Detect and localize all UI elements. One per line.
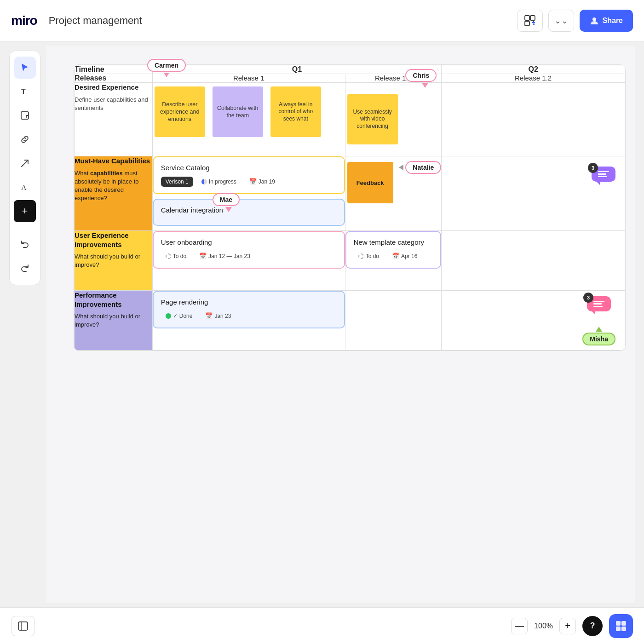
chevron-icon: ⌄⌄ [554, 17, 568, 25]
zoom-controls: — 100% + ? [511, 614, 633, 638]
help-icon: ? [590, 621, 595, 631]
sidebar-toggle-button[interactable] [11, 616, 35, 636]
user-onboarding-card[interactable]: User onboarding To do 📅 Jan 12 — Jan 23 [153, 231, 345, 269]
user-onboarding-title: User onboarding [161, 238, 337, 246]
must-have-title: Must-Have Capabilities [75, 156, 152, 166]
misha-cursor: Misha [582, 327, 615, 345]
release1-header: Release 1 [152, 74, 345, 83]
desired-release1-1-cell: Chris Use seamlessly with video conferen… [345, 83, 442, 156]
perf-release1-2-cell: 3 [442, 291, 625, 351]
perf-label-cell: Performance Improvements What should you… [75, 291, 153, 351]
ux-release1-1-cell: New template category To do 📅 Apr 16 [345, 231, 442, 291]
logo-text: miro [11, 13, 37, 28]
desired-title: Desired Experience [75, 83, 152, 92]
chevron-button[interactable]: ⌄⌄ [548, 10, 574, 32]
bottom-bar: — 100% + ? [0, 607, 644, 644]
template-button[interactable] [517, 10, 543, 32]
calendar-icon: 📅 [249, 178, 257, 185]
magic-button[interactable] [609, 614, 633, 638]
svg-rect-0 [525, 16, 529, 20]
collaborate-sticky[interactable]: Collaborate with the team [213, 86, 263, 137]
canvas: Carmen Timeline Q1 Q2 Releases [46, 46, 635, 603]
sticky-tool[interactable] [14, 104, 36, 126]
redo-tool[interactable] [14, 257, 36, 279]
describe-sticky[interactable]: Describe user experience and emotions [155, 86, 205, 137]
q1-header: Q1 [152, 65, 442, 74]
logo-divider [43, 13, 43, 28]
calendar-integration-title: Calendar integration [161, 206, 337, 214]
undo-tool[interactable] [14, 233, 36, 255]
desired-desc: Define user capabilities and sentiments [75, 96, 152, 112]
ux-release1-cell: User onboarding To do 📅 Jan 12 — Jan 23 [152, 231, 345, 291]
version-badge: Verison 1 [161, 177, 193, 187]
zoom-minus-button[interactable]: — [511, 618, 528, 634]
misha-name: Misha [582, 333, 615, 345]
svg-rect-14 [621, 621, 626, 626]
status-badge: In progress [197, 177, 241, 187]
add-tool[interactable]: + [14, 200, 36, 222]
pr-status-dot [166, 313, 171, 319]
font-tool[interactable]: A [14, 176, 36, 198]
nt-date-badge: 📅 Apr 16 [387, 251, 422, 261]
must-have-label-cell: Must-Have Capabilities What capabilities… [75, 156, 153, 231]
perf-title: Performance Improvements [75, 291, 152, 309]
desired-release1-cell: Describe user experience and emotions Co… [152, 83, 345, 156]
ux-status-badge: To do [161, 251, 191, 261]
text-tool[interactable]: T [14, 80, 36, 103]
pr-status-badge: ✓ Done [161, 311, 197, 321]
svg-rect-11 [18, 622, 28, 630]
feedback-sticky[interactable]: Feedback [347, 162, 393, 203]
desired-release1-2-cell [442, 83, 625, 156]
person-icon [590, 16, 599, 25]
svg-rect-3 [533, 23, 535, 25]
user-onboarding-badges: To do 📅 Jan 12 — Jan 23 [161, 251, 337, 261]
releases-row: Releases Release 1 Release 1.1 Release 1… [75, 74, 625, 83]
use-seamlessly-sticky[interactable]: Use seamlessly with video conferencing [347, 94, 398, 144]
svg-text:A: A [21, 184, 27, 191]
date-badge: 📅 Jan 19 [245, 176, 280, 187]
magic-icon [615, 620, 627, 632]
minus-icon: — [515, 621, 524, 631]
svg-rect-1 [530, 16, 535, 20]
project-title: Project management [49, 15, 142, 27]
zoom-plus-button[interactable]: + [559, 618, 576, 634]
ux-date-badge: 📅 Jan 12 — Jan 23 [195, 251, 255, 261]
desired-label-cell: Desired Experience Define user capabilit… [75, 83, 153, 156]
ux-desc: What should you build or improve? [75, 253, 152, 269]
mae-name: Mae [213, 193, 240, 206]
toolbar: T A + [9, 51, 40, 285]
svg-rect-2 [525, 21, 529, 26]
cursor-tool[interactable] [14, 57, 36, 79]
svg-point-6 [592, 17, 596, 21]
board-table: Timeline Q1 Q2 Releases Release 1 Releas… [74, 65, 625, 351]
ux-row: User Experience Improvements What should… [75, 231, 625, 291]
new-template-card[interactable]: New template category To do 📅 Apr 16 [345, 231, 442, 269]
always-sticky[interactable]: Always feel in control of who sees what [270, 86, 321, 137]
share-button[interactable]: Share [580, 10, 633, 32]
nt-status-badge: To do [354, 251, 384, 261]
pr-date-badge: 📅 Jan 23 [201, 310, 236, 321]
release1-2-header: Release 1.2 [442, 74, 625, 83]
service-catalog-card[interactable]: Service Catalog Verison 1 In progress 📅 … [153, 156, 345, 194]
plus-icon-zoom: + [565, 621, 570, 631]
service-catalog-title: Service Catalog [161, 164, 337, 172]
plus-icon: + [22, 205, 28, 217]
ux-status-dot [166, 253, 171, 259]
svg-rect-13 [616, 621, 621, 626]
release1-1-header: Release 1.1 [345, 74, 442, 83]
page-rendering-badges: ✓ Done 📅 Jan 23 [161, 310, 337, 321]
header-row: Timeline Q1 Q2 [75, 65, 625, 74]
must-have-desc: What capabilities must absolutely be in … [75, 169, 152, 203]
pr-cal-icon: 📅 [205, 312, 213, 319]
new-template-title: New template category [354, 238, 433, 246]
help-button[interactable]: ? [582, 616, 603, 636]
link-tool[interactable] [14, 128, 36, 150]
page-rendering-title: Page rendering [161, 298, 337, 306]
arrow-tool[interactable] [14, 152, 36, 174]
page-rendering-card[interactable]: Page rendering ✓ Done 📅 Jan 23 [153, 291, 345, 328]
calendar-integration-card[interactable]: Calendar integration [153, 199, 345, 226]
comment-bubble-2: 3 [587, 295, 611, 311]
svg-rect-15 [616, 627, 621, 631]
natalie-cursor: Natalie [399, 161, 441, 174]
new-template-badges: To do 📅 Apr 16 [354, 251, 433, 261]
